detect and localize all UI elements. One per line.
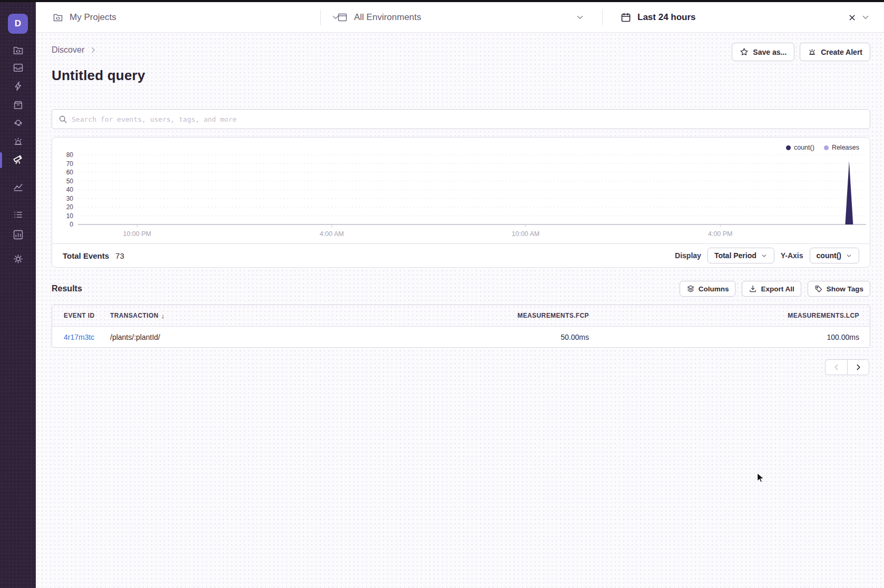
export-all-label: Export All (761, 285, 794, 293)
display-label: Display (675, 251, 701, 260)
breadcrumb-discover-link[interactable]: Discover (52, 45, 84, 55)
search-input[interactable] (72, 115, 863, 123)
chevron-down-icon (846, 252, 852, 259)
show-tags-label: Show Tags (827, 285, 863, 293)
column-header-measurements-lcp[interactable]: MEASUREMENTS.LCP (600, 305, 870, 326)
fcp-cell: 50.00ms (329, 327, 600, 347)
yaxis-select-value: count() (817, 251, 841, 260)
siren-icon (13, 136, 24, 149)
svg-text:10:00 PM: 10:00 PM (123, 230, 151, 238)
sidebar-item-discover[interactable] (0, 151, 36, 169)
next-page-button[interactable] (847, 359, 869, 375)
yaxis-label: Y-Axis (781, 251, 803, 260)
total-events-value: 73 (115, 251, 124, 260)
save-as-button[interactable]: Save as... (732, 43, 794, 61)
event-id-link[interactable]: 4r17m3tc (64, 333, 94, 341)
calendar-icon (621, 12, 631, 23)
sidebar-item-stats[interactable] (0, 227, 36, 244)
sidebar-item-issues[interactable] (0, 60, 36, 77)
transaction-cell: /plants/:plantId/ (103, 327, 329, 347)
gear-icon (13, 253, 24, 267)
save-as-label: Save as... (753, 48, 787, 56)
search-icon (58, 115, 67, 124)
export-all-button[interactable]: Export All (742, 281, 801, 297)
sidebar-item-dashboards[interactable] (0, 179, 36, 197)
column-header-measurements-fcp[interactable]: MEASUREMENTS.FCP (329, 305, 600, 326)
divider (320, 9, 321, 25)
chevron-down-icon (575, 13, 585, 22)
chevron-down-icon (761, 252, 768, 259)
pagination (825, 359, 869, 375)
list-icon (13, 209, 24, 222)
issues-icon (13, 62, 24, 75)
active-indicator (0, 152, 2, 168)
lightning-icon (13, 81, 24, 94)
svg-text:4:00 PM: 4:00 PM (708, 230, 733, 238)
tag-icon (814, 285, 823, 293)
yaxis-select[interactable]: count() (810, 248, 859, 263)
svg-text:10:00 AM: 10:00 AM (512, 230, 539, 238)
sort-desc-icon: ↓ (161, 312, 165, 320)
telescope-icon (12, 153, 24, 167)
svg-text:40: 40 (66, 186, 74, 193)
org-avatar[interactable]: D (8, 14, 28, 34)
sidebar-item-projects[interactable] (0, 42, 36, 60)
svg-text:0: 0 (70, 221, 73, 228)
sidebar: D (0, 2, 36, 588)
star-icon (740, 47, 749, 56)
column-header-event-id[interactable]: EVENT ID (52, 305, 103, 326)
display-select-value: Total Period (714, 251, 757, 260)
create-alert-button[interactable]: Create Alert (800, 43, 870, 61)
sidebar-item-alerts[interactable] (0, 133, 36, 151)
window-icon (337, 12, 348, 23)
column-header-transaction[interactable]: TRANSACTION↓ (103, 305, 329, 326)
divider (602, 9, 603, 25)
breadcrumb: Discover (52, 45, 97, 55)
main-content: Discover Untitled query Save as... Creat… (36, 33, 884, 588)
previous-page-button[interactable] (825, 359, 847, 375)
bar-chart-icon (13, 229, 24, 242)
chevron-right-icon (90, 46, 97, 54)
download-icon (749, 285, 757, 293)
columns-label: Columns (699, 285, 729, 293)
show-tags-button[interactable]: Show Tags (808, 281, 870, 297)
page-title: Untitled query (52, 67, 145, 84)
chevron-down-icon[interactable] (861, 13, 870, 22)
environment-selector[interactable]: All Environments (337, 2, 585, 33)
svg-text:80: 80 (66, 151, 74, 159)
columns-button[interactable]: Columns (680, 281, 736, 297)
top-bar: My Projects All Environments Last 24 hou… (36, 2, 884, 33)
table-header-row: EVENT ID TRANSACTION↓ MEASUREMENTS.FCP M… (52, 305, 870, 327)
user-feedback-icon (13, 117, 24, 131)
total-events-label: Total Events (63, 251, 109, 260)
svg-text:70: 70 (66, 160, 74, 168)
sidebar-item-settings[interactable] (0, 251, 36, 269)
sidebar-item-releases[interactable] (0, 97, 36, 115)
sidebar-item-queue[interactable] (0, 207, 36, 224)
sidebar-item-user-feedback[interactable] (0, 115, 36, 133)
results-table: EVENT ID TRANSACTION↓ MEASUREMENTS.FCP M… (52, 305, 870, 348)
svg-text:50: 50 (66, 178, 74, 185)
svg-text:30: 30 (66, 195, 74, 202)
date-range-selector[interactable]: Last 24 hours (621, 2, 870, 33)
lcp-cell: 100.00ms (600, 327, 870, 347)
package-icon (13, 100, 24, 113)
line-chart-icon (13, 182, 24, 195)
project-selector-label: My Projects (70, 12, 116, 23)
results-header: Results Columns Export All Show Tags (52, 281, 870, 297)
window-top-strip (0, 0, 884, 2)
project-selector[interactable]: My Projects (53, 2, 340, 33)
environment-selector-label: All Environments (354, 12, 421, 23)
svg-text:10: 10 (66, 212, 74, 220)
search-bar (52, 109, 870, 129)
chart-footer: Total Events 73 Display Total Period Y-A… (52, 243, 870, 267)
sidebar-item-performance[interactable] (0, 78, 36, 96)
projects-icon (13, 45, 24, 58)
clear-date-icon[interactable] (848, 13, 857, 22)
display-select[interactable]: Total Period (708, 248, 774, 263)
siren-icon (808, 47, 817, 56)
header-actions: Save as... Create Alert (732, 43, 870, 61)
events-chart: 0102030405060708010:00 PM4:00 AM10:00 AM… (52, 138, 870, 244)
table-row: 4r17m3tc /plants/:plantId/ 50.00ms 100.0… (52, 327, 870, 347)
events-chart-panel: count()Releases 0102030405060708010:00 P… (52, 137, 870, 268)
